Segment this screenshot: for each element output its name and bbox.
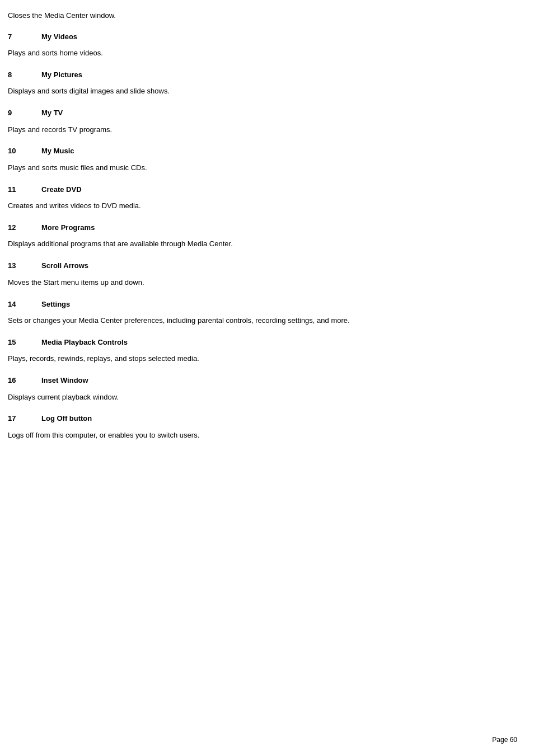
section-number: 9: [8, 107, 41, 119]
section-title: Settings: [41, 299, 70, 310]
section-header: 9My TV: [8, 107, 517, 119]
section-title: My Videos: [41, 31, 77, 43]
section-body: Moves the Start menu items up and down.: [8, 277, 517, 289]
section-title: Log Off button: [41, 413, 92, 424]
section-number: 12: [8, 222, 41, 233]
section-item: 15Media Playback ControlsPlays, records,…: [8, 337, 517, 365]
section-header: 16Inset Window: [8, 375, 517, 386]
section-item: 11Create DVDCreates and writes videos to…: [8, 184, 517, 212]
section-number: 7: [8, 31, 41, 43]
section-header: 7My Videos: [8, 31, 517, 43]
section-title: Scroll Arrows: [41, 260, 88, 271]
section-item: 8My PicturesDisplays and sorts digital i…: [8, 69, 517, 97]
page-number: Page 60: [492, 735, 517, 745]
section-title: My Music: [41, 145, 74, 157]
section-item: 12More ProgramsDisplays additional progr…: [8, 222, 517, 250]
section-item: 16Inset WindowDisplays current playback …: [8, 375, 517, 403]
section-number: 10: [8, 145, 41, 157]
section-body: Displays additional programs that are av…: [8, 238, 517, 250]
section-number: 15: [8, 337, 41, 348]
section-body: Plays, records, rewinds, replays, and st…: [8, 353, 517, 365]
section-title: Create DVD: [41, 184, 82, 195]
section-header: 13Scroll Arrows: [8, 260, 517, 271]
section-title: My TV: [41, 107, 63, 119]
section-item: 17Log Off buttonLogs off from this compu…: [8, 413, 517, 441]
section-body: Plays and sorts music files and music CD…: [8, 162, 517, 174]
section-item: 13Scroll ArrowsMoves the Start menu item…: [8, 260, 517, 288]
section-header: 10My Music: [8, 145, 517, 157]
section-body: Displays current playback window.: [8, 392, 517, 403]
section-item: 14SettingsSets or changes your Media Cen…: [8, 299, 517, 327]
section-number: 11: [8, 184, 41, 195]
section-item: 7My VideosPlays and sorts home videos.: [8, 31, 517, 59]
section-title: Media Playback Controls: [41, 337, 128, 348]
intro-text: Closes the Media Center window.: [8, 10, 517, 21]
section-number: 8: [8, 69, 41, 81]
section-number: 14: [8, 299, 41, 310]
section-title: More Programs: [41, 222, 95, 233]
section-header: 11Create DVD: [8, 184, 517, 195]
section-header: 14Settings: [8, 299, 517, 310]
section-header: 8My Pictures: [8, 69, 517, 81]
section-body: Sets or changes your Media Center prefer…: [8, 315, 517, 327]
section-body: Logs off from this computer, or enables …: [8, 430, 517, 442]
section-header: 17Log Off button: [8, 413, 517, 424]
section-body: Plays and records TV programs.: [8, 124, 517, 136]
section-body: Creates and writes videos to DVD media.: [8, 200, 517, 212]
section-body: Plays and sorts home videos.: [8, 48, 517, 59]
section-body: Displays and sorts digital images and sl…: [8, 86, 517, 97]
section-title: My Pictures: [41, 69, 82, 81]
section-number: 16: [8, 375, 41, 386]
section-item: 9My TVPlays and records TV programs.: [8, 107, 517, 135]
section-number: 13: [8, 260, 41, 271]
section-title: Inset Window: [41, 375, 88, 386]
section-header: 12More Programs: [8, 222, 517, 233]
section-item: 10My MusicPlays and sorts music files an…: [8, 145, 517, 173]
section-header: 15Media Playback Controls: [8, 337, 517, 348]
section-number: 17: [8, 413, 41, 424]
